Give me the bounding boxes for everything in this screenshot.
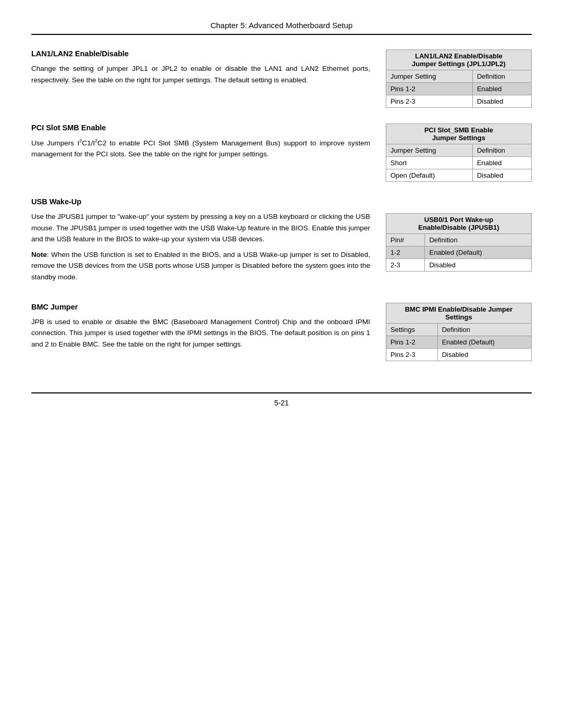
page-header: Chapter 5: Advanced Motherboard Setup <box>31 21 532 35</box>
table-row: Short Enabled <box>386 157 532 169</box>
table-row: Pins 2-3 Disabled <box>386 348 532 361</box>
table-row: 2-3 Disabled <box>386 259 532 272</box>
usb-row2-col2: Disabled <box>425 259 532 272</box>
content-area: LAN1/LAN2 Enable/Disable Change the sett… <box>31 50 532 377</box>
section-pci-table-area: PCI Slot_SMB Enable Jumper Settings Jump… <box>386 124 532 182</box>
section-bmc-table-area: BMC IPMI Enable/Disable Jumper Settings … <box>386 303 532 361</box>
section-bmc-text: BMC Jumper JPB is used to enable or disa… <box>31 303 370 361</box>
section-lan-body: Change the setting of jumper JPL1 or JPL… <box>31 63 370 85</box>
bmc-col2-header: Definition <box>437 323 531 336</box>
table-row: Pins 1-2 Enabled (Default) <box>386 336 532 348</box>
lan-col2-header: Definition <box>472 70 531 83</box>
bmc-row2-col1: Pins 2-3 <box>386 348 438 361</box>
section-pci: PCI Slot SMB Enable Use Jumpers I2C1/I2C… <box>31 124 532 182</box>
section-pci-body: Use Jumpers I2C1/I2C2 to enable PCI Slot… <box>31 137 370 160</box>
section-usb-table-area: USB0/1 Port Wake-up Enable/Disable (JPUS… <box>386 198 532 272</box>
usb-paragraph-1: Use the JPUSB1 jumper to "wake-up" your … <box>31 211 370 245</box>
pci-table-caption: PCI Slot_SMB Enable Jumper Settings <box>386 124 532 144</box>
note-bold: Note <box>31 251 47 258</box>
usb-table: USB0/1 Port Wake-up Enable/Disable (JPUS… <box>386 213 532 272</box>
lan-col1-header: Jumper Setting <box>386 70 473 83</box>
lan-paragraph: Change the setting of jumper JPL1 or JPL… <box>31 63 370 85</box>
section-usb-title: USB Wake-Up <box>31 198 370 206</box>
section-pci-title: PCI Slot SMB Enable <box>31 124 370 132</box>
section-bmc: BMC Jumper JPB is used to enable or disa… <box>31 303 532 361</box>
pci-paragraph: Use Jumpers I2C1/I2C2 to enable PCI Slot… <box>31 137 370 160</box>
usb-col2-header: Definition <box>425 234 532 246</box>
section-usb-text: USB Wake-Up Use the JPUSB1 jumper to "wa… <box>31 198 370 287</box>
lan-row1-col2: Enabled <box>472 83 531 95</box>
usb-paragraph-2: Note: When the USB function is set to En… <box>31 249 370 283</box>
bmc-row1-col2: Enabled (Default) <box>437 336 531 348</box>
bmc-row2-col2: Disabled <box>437 348 531 361</box>
section-lan-table-area: LAN1/LAN2 Enable/Disable Jumper Settings… <box>386 50 532 108</box>
usb-row2-col1: 2-3 <box>386 259 425 272</box>
pci-row2-col2: Disabled <box>472 169 531 182</box>
page-footer: 5-21 <box>31 392 532 407</box>
usb-table-caption: USB0/1 Port Wake-up Enable/Disable (JPUS… <box>386 213 532 233</box>
bmc-table-caption: BMC IPMI Enable/Disable Jumper Settings <box>386 303 532 323</box>
section-lan: LAN1/LAN2 Enable/Disable Change the sett… <box>31 50 532 108</box>
pci-table: PCI Slot_SMB Enable Jumper Settings Jump… <box>386 124 532 182</box>
section-usb-body: Use the JPUSB1 jumper to "wake-up" your … <box>31 211 370 283</box>
table-row: Open (Default) Disabled <box>386 169 532 182</box>
section-bmc-body: JPB is used to enable or disable the BMC… <box>31 316 370 350</box>
lan-row1-col1: Pins 1-2 <box>386 83 473 95</box>
table-row: Pins 1-2 Enabled <box>386 83 532 95</box>
lan-row2-col2: Disabled <box>472 95 531 108</box>
lan-table: LAN1/LAN2 Enable/Disable Jumper Settings… <box>386 50 532 108</box>
section-pci-text: PCI Slot SMB Enable Use Jumpers I2C1/I2C… <box>31 124 370 182</box>
pci-col1-header: Jumper Setting <box>386 144 473 157</box>
pci-col2-header: Definition <box>472 144 531 157</box>
bmc-paragraph: JPB is used to enable or disable the BMC… <box>31 316 370 350</box>
page-number: 5-21 <box>274 399 289 407</box>
usb-row1-col2: Enabled (Default) <box>425 246 532 259</box>
usb-col1-header: Pin# <box>386 234 425 246</box>
lan-table-caption: LAN1/LAN2 Enable/Disable Jumper Settings… <box>386 50 532 70</box>
pci-row1-col2: Enabled <box>472 157 531 169</box>
lan-row2-col1: Pins 2-3 <box>386 95 473 108</box>
bmc-table: BMC IPMI Enable/Disable Jumper Settings … <box>386 303 532 361</box>
section-lan-title: LAN1/LAN2 Enable/Disable <box>31 50 370 58</box>
pci-row2-col1: Open (Default) <box>386 169 473 182</box>
header-title: Chapter 5: Advanced Motherboard Setup <box>211 21 353 30</box>
usb-row1-col1: 1-2 <box>386 246 425 259</box>
table-row: 1-2 Enabled (Default) <box>386 246 532 259</box>
section-bmc-title: BMC Jumper <box>31 303 370 311</box>
usb-table-wrapper: USB0/1 Port Wake-up Enable/Disable (JPUS… <box>386 213 532 272</box>
bmc-row1-col1: Pins 1-2 <box>386 336 438 348</box>
section-lan-text: LAN1/LAN2 Enable/Disable Change the sett… <box>31 50 370 108</box>
page: Chapter 5: Advanced Motherboard Setup LA… <box>0 0 563 728</box>
pci-row1-col1: Short <box>386 157 473 169</box>
table-row: Pins 2-3 Disabled <box>386 95 532 108</box>
section-usb: USB Wake-Up Use the JPUSB1 jumper to "wa… <box>31 198 532 287</box>
bmc-col1-header: Settings <box>386 323 438 336</box>
